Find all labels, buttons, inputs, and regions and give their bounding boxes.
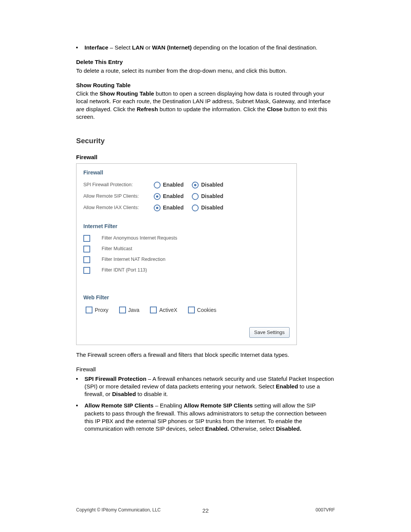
label-activex: ActiveX [159, 307, 177, 314]
row-filter-anon: Filter Anonymous Internet Requests [83, 233, 290, 244]
label-filter-nat: Filter Internet NAT Redirection [102, 256, 166, 263]
row-allow-iax: Allow Remote IAX Clients: Enabled Disabl… [83, 202, 290, 214]
heading-security: Security [76, 136, 335, 146]
label-sip: Allow Remote SIP Clients: [83, 193, 154, 200]
panel-heading-internet-filter: Internet Filter [83, 223, 290, 230]
bullet-sip-text: Allow Remote SIP Clients – Enabling Allo… [84, 402, 335, 433]
square-bullet-icon: ■ [76, 44, 84, 51]
label-filter-multicast: Filter Multicast [102, 246, 132, 252]
label-filter-idnt: Filter IDNT (Port 113) [102, 267, 147, 273]
radio-label-iax-enabled: Enabled [163, 204, 183, 211]
bullet-sip: ■ Allow Remote SIP Clients – Enabling Al… [76, 402, 335, 433]
checkbox-filter-anon[interactable] [83, 235, 90, 242]
radio-label-iax-disabled: Disabled [201, 204, 223, 211]
save-settings-button[interactable]: Save Settings [249, 327, 290, 338]
heading-delete-entry: Delete This Entry [76, 58, 335, 66]
bullet-lead: Interface [84, 44, 108, 51]
radio-label-sip-disabled: Disabled [201, 193, 223, 200]
checkbox-filter-idnt[interactable] [83, 267, 90, 274]
checkbox-proxy[interactable] [86, 307, 92, 313]
square-bullet-icon: ■ [76, 402, 84, 433]
bullet-interface-text: Interface – Select LAN or WAN (Internet)… [84, 44, 335, 51]
radio-iax-disabled[interactable] [192, 204, 199, 211]
label-filter-anon: Filter Anonymous Internet Requests [102, 235, 177, 241]
row-allow-sip: Allow Remote SIP Clients: Enabled Disabl… [83, 191, 290, 202]
radio-sip-enabled[interactable] [154, 193, 161, 200]
row-filter-idnt: Filter IDNT (Port 113) [83, 265, 290, 276]
checkbox-filter-multicast[interactable] [83, 246, 90, 252]
subheading-firewall: Firewall [76, 366, 335, 373]
text-show-routing: Click the Show Routing Table button to o… [76, 90, 335, 121]
radio-spi-disabled[interactable] [192, 182, 199, 189]
bullet-spi: ■ SPI Firewall Protection – A firewall e… [76, 375, 335, 398]
checkbox-java[interactable] [119, 307, 126, 313]
panel-heading-web-filter: Web Filter [83, 294, 290, 301]
text-after-panel: The Firewall screen offers a firewall an… [76, 351, 335, 359]
radio-sip-disabled[interactable] [192, 193, 199, 200]
text-delete-entry: To delete a route, select its number fro… [76, 67, 335, 75]
row-filter-nat: Filter Internet NAT Redirection [83, 254, 290, 265]
footer-doc-id: 0007VRF [315, 507, 335, 513]
bullet-spi-text: SPI Firewall Protection – A firewall enh… [84, 375, 335, 398]
label-cookies: Cookies [197, 307, 217, 314]
checkbox-activex[interactable] [150, 307, 157, 313]
heading-show-routing: Show Routing Table [76, 81, 335, 89]
square-bullet-icon: ■ [76, 375, 84, 398]
radio-label-spi-enabled: Enabled [163, 181, 183, 189]
label-spi: SPI Firewall Protection: [83, 182, 154, 188]
label-iax: Allow Remote IAX Clients: [83, 204, 154, 211]
row-web-filter: Proxy Java ActiveX Cookies [83, 304, 290, 325]
bullet-interface: ■ Interface – Select LAN or WAN (Interne… [76, 44, 335, 51]
radio-spi-enabled[interactable] [154, 182, 161, 189]
firewall-settings-panel: Firewall SPI Firewall Protection: Enable… [76, 163, 297, 345]
label-proxy: Proxy [95, 307, 108, 314]
radio-label-sip-enabled: Enabled [163, 193, 183, 200]
radio-iax-enabled[interactable] [154, 204, 161, 211]
radio-label-spi-disabled: Disabled [201, 181, 223, 189]
row-spi-firewall: SPI Firewall Protection: Enabled Disable… [83, 179, 290, 191]
row-filter-multicast: Filter Multicast [83, 244, 290, 254]
footer-page-number: 22 [202, 507, 209, 514]
label-java: Java [128, 307, 140, 314]
checkbox-filter-nat[interactable] [83, 256, 90, 263]
panel-heading-firewall: Firewall [83, 169, 290, 176]
footer-copyright: Copyright © IPitomy Communication, LLC [76, 507, 161, 513]
checkbox-cookies[interactable] [188, 307, 195, 313]
heading-firewall: Firewall [76, 153, 335, 161]
page-footer: Copyright © IPitomy Communication, LLC 2… [76, 507, 335, 513]
